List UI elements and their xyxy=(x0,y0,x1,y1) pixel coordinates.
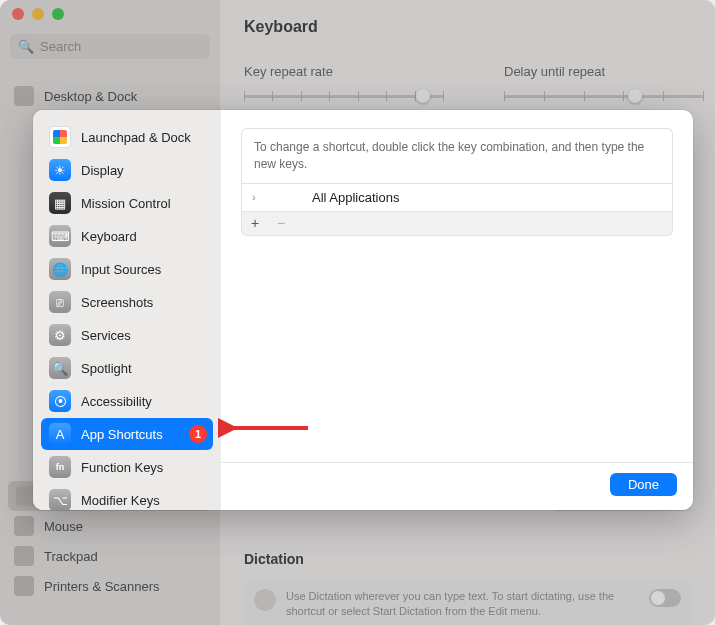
bg-sidebar-mouse[interactable]: Mouse xyxy=(0,511,220,541)
sheet-item-input[interactable]: 🌐Input Sources xyxy=(41,253,213,285)
search-input[interactable]: 🔍 Search xyxy=(10,34,210,59)
microphone-icon xyxy=(254,589,276,611)
spotlight-icon: 🔍 xyxy=(49,357,71,379)
sheet-item-label: Launchpad & Dock xyxy=(81,130,191,145)
modifier-icon: ⌥ xyxy=(49,489,71,510)
sheet-item-keyboard[interactable]: ⌨Keyboard xyxy=(41,220,213,252)
sheet-item-function[interactable]: fnFunction Keys xyxy=(41,451,213,483)
sheet-item-modifier[interactable]: ⌥Modifier Keys xyxy=(41,484,213,510)
accessibility-icon: ⦿ xyxy=(49,390,71,412)
printers-icon xyxy=(14,576,34,596)
sheet-item-accessibility[interactable]: ⦿Accessibility xyxy=(41,385,213,417)
all-applications-row[interactable]: › All Applications xyxy=(241,183,673,212)
sheet-item-label: Services xyxy=(81,328,131,343)
sheet-item-mission[interactable]: ▦Mission Control xyxy=(41,187,213,219)
services-icon: ⚙ xyxy=(49,324,71,346)
instruction-text: To change a shortcut, double click the k… xyxy=(241,128,673,183)
mouse-icon xyxy=(14,516,34,536)
appshortcuts-icon: A xyxy=(49,423,71,445)
sheet-item-appshortcuts[interactable]: AApp Shortcuts1 xyxy=(41,418,213,450)
sheet-body: To change a shortcut, double click the k… xyxy=(221,110,693,462)
close-icon[interactable] xyxy=(12,8,24,20)
sheet-item-launchpad[interactable]: Launchpad & Dock xyxy=(41,121,213,153)
screenshots-icon: ⎚ xyxy=(49,291,71,313)
sheet-item-label: Accessibility xyxy=(81,394,152,409)
sheet-item-screenshots[interactable]: ⎚Screenshots xyxy=(41,286,213,318)
sheet-item-label: Mission Control xyxy=(81,196,171,211)
sheet-item-display[interactable]: ☀Display xyxy=(41,154,213,186)
add-button[interactable]: + xyxy=(242,212,268,234)
disclosure-icon[interactable]: › xyxy=(252,191,262,203)
zoom-icon[interactable] xyxy=(52,8,64,20)
keyboard-icon: ⌨ xyxy=(49,225,71,247)
delay-label: Delay until repeat xyxy=(504,64,704,79)
dictation-toggle[interactable] xyxy=(649,589,681,607)
keyboard-shortcuts-sheet: Launchpad & Dock☀Display▦Mission Control… xyxy=(33,110,693,510)
sheet-item-label: Screenshots xyxy=(81,295,153,310)
mission-icon: ▦ xyxy=(49,192,71,214)
search-placeholder: Search xyxy=(40,39,81,54)
bg-sidebar-printers[interactable]: Printers & Scanners xyxy=(0,571,220,601)
search-icon: 🔍 xyxy=(18,39,34,54)
launchpad-icon xyxy=(49,126,71,148)
dictation-desc: Use Dictation wherever you can type text… xyxy=(286,589,639,620)
sheet-item-label: Keyboard xyxy=(81,229,137,244)
sheet-item-label: Spotlight xyxy=(81,361,132,376)
add-remove-bar: + − xyxy=(241,212,673,236)
minimize-icon[interactable] xyxy=(32,8,44,20)
sheet-item-label: Input Sources xyxy=(81,262,161,277)
window-controls xyxy=(0,0,220,28)
sheet-footer: Done xyxy=(221,462,693,510)
key-repeat-slider[interactable] xyxy=(244,85,444,107)
sheet-item-label: Function Keys xyxy=(81,460,163,475)
key-repeat-label: Key repeat rate xyxy=(244,64,444,79)
input-icon: 🌐 xyxy=(49,258,71,280)
dictation-title: Dictation xyxy=(244,551,691,567)
page-title: Keyboard xyxy=(244,18,691,36)
dictation-box: Use Dictation wherever you can type text… xyxy=(244,579,691,625)
sheet-item-spotlight[interactable]: 🔍Spotlight xyxy=(41,352,213,384)
sheet-item-services[interactable]: ⚙Services xyxy=(41,319,213,351)
trackpad-icon xyxy=(14,546,34,566)
sheet-sidebar: Launchpad & Dock☀Display▦Mission Control… xyxy=(33,110,221,510)
sheet-item-label: Display xyxy=(81,163,124,178)
bg-sidebar-desktop-dock[interactable]: Desktop & Dock xyxy=(0,81,220,111)
sheet-item-label: App Shortcuts xyxy=(81,427,163,442)
delay-slider[interactable] xyxy=(504,85,704,107)
remove-button[interactable]: − xyxy=(268,212,294,234)
all-applications-label: All Applications xyxy=(312,190,399,205)
bg-sidebar-trackpad[interactable]: Trackpad xyxy=(0,541,220,571)
done-button[interactable]: Done xyxy=(610,473,677,496)
sheet-item-label: Modifier Keys xyxy=(81,493,160,508)
badge: 1 xyxy=(189,425,207,443)
display-icon: ☀ xyxy=(49,159,71,181)
desktop-dock-icon xyxy=(14,86,34,106)
function-icon: fn xyxy=(49,456,71,478)
